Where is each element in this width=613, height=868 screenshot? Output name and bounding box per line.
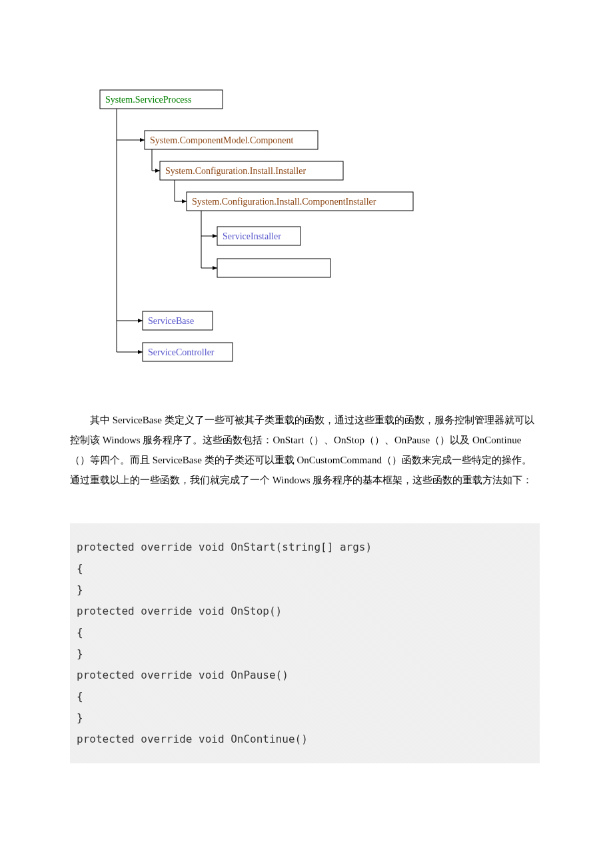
text-service-controller: ServiceController [148,347,215,357]
code-line: { [77,622,533,643]
box-service-process-installer [217,259,330,277]
code-line: } [77,579,533,601]
code-line: } [77,707,533,729]
text-component-installer: System.Configuration.Install.ComponentIn… [192,197,376,207]
class-hierarchy-diagram: System.ServiceProcess System.ComponentMo… [83,87,540,370]
code-line: protected override void OnStop() [77,601,533,622]
body-paragraph: 其中 ServiceBase 类定义了一些可被其子类重载的函数，通过这些重载的函… [70,410,540,490]
text-component: System.ComponentModel.Component [150,135,294,145]
code-line: protected override void OnPause() [77,665,533,686]
code-line: { [77,686,533,707]
text-service-base: ServiceBase [148,316,194,326]
text-service-installer: ServiceInstaller [223,231,281,241]
page-content: System.ServiceProcess System.ComponentMo… [0,0,613,830]
code-line: } [77,643,533,665]
text-root: System.ServiceProcess [105,95,191,105]
code-line: { [77,558,533,579]
code-line: protected override void OnStart(string[]… [77,537,533,558]
text-installer: System.Configuration.Install.Installer [165,166,306,176]
code-block: protected override void OnStart(string[]… [70,523,540,763]
code-line: protected override void OnContinue() [77,729,533,750]
